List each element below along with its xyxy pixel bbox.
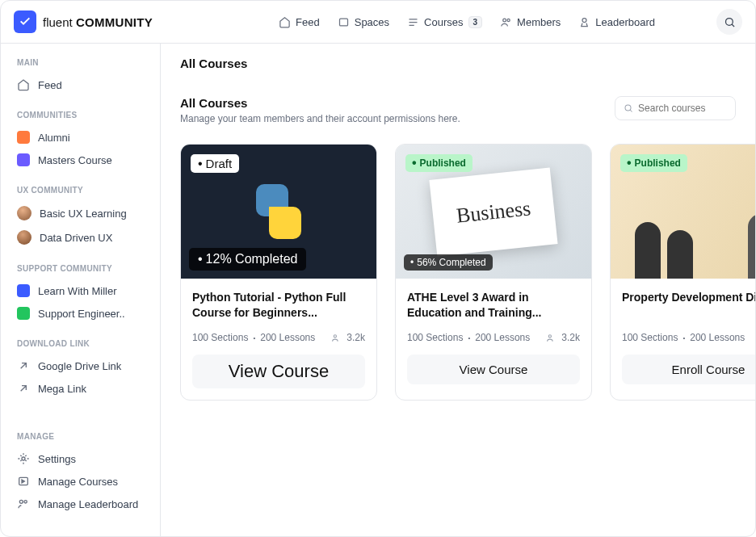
sidebar-item-miller[interactable]: Learn With Miller xyxy=(9,279,152,302)
sidebar-item-label: Feed xyxy=(38,79,62,91)
topnav: Feed Spaces Courses 3 Members Leaderboar… xyxy=(279,16,655,28)
spaces-icon xyxy=(338,16,350,28)
global-search-button[interactable] xyxy=(716,9,742,35)
members-count: 3.2k xyxy=(346,332,365,343)
course-title: Property Development Dip xyxy=(622,290,755,321)
courses-icon xyxy=(407,16,419,28)
breadcrumb: All Courses xyxy=(161,44,755,83)
sections-count: 100 Sections xyxy=(407,332,463,343)
sections-count: 100 Sections xyxy=(192,332,248,343)
sidebar-item-gdrive[interactable]: Google Drive Link xyxy=(9,355,152,377)
sidebar-item-manage-courses[interactable]: Manage Courses xyxy=(9,470,152,493)
nav-members[interactable]: Members xyxy=(500,16,561,28)
sidebar-label-communities: COMMUNITIES xyxy=(9,111,152,126)
sidebar-label-support: SUPPORT COMMUNITY xyxy=(9,264,152,279)
sidebar-label-main: MAIN xyxy=(9,58,152,73)
page-subtitle: Manage your team members and their accou… xyxy=(180,113,460,124)
lessons-count: 200 Lessons xyxy=(475,332,530,343)
sidebar-item-support-eng[interactable]: Support Engineer.. xyxy=(9,302,152,325)
logo[interactable]: fluent COMMUNITY xyxy=(14,10,153,33)
logo-text-2: COMMUNITY xyxy=(76,15,153,29)
course-meta: 100 Sections • 200 Lessons 3.2k xyxy=(407,332,580,343)
course-thumbnail: Draft 12% Completed xyxy=(181,145,376,279)
link-arrow-icon xyxy=(17,359,30,372)
enroll-course-button[interactable]: Enroll Course xyxy=(622,355,755,384)
nav-courses[interactable]: Courses 3 xyxy=(407,16,482,28)
leaderboard-icon xyxy=(578,16,590,28)
sidebar-item-label: Manage Courses xyxy=(38,476,118,488)
course-card-list: Draft 12% Completed Python Tutorial - Py… xyxy=(180,144,736,401)
course-thumbnail: Published xyxy=(611,145,755,279)
avatar-icon xyxy=(17,230,32,245)
sidebar-item-label: Basic UX Learning xyxy=(40,208,127,220)
status-badge: Published xyxy=(620,154,687,172)
sidebar-item-data-ux[interactable]: Data Driven UX xyxy=(9,225,152,250)
courses-icon xyxy=(17,475,30,488)
community-color-icon xyxy=(17,153,30,166)
svg-point-1 xyxy=(503,19,506,22)
course-search-box[interactable] xyxy=(615,96,736,120)
view-course-button[interactable]: View Course xyxy=(407,355,580,384)
sidebar-item-settings[interactable]: Settings xyxy=(9,447,152,470)
newspaper-graphic: Business xyxy=(429,167,557,256)
sidebar-item-alumni[interactable]: Alumni xyxy=(9,126,152,149)
sidebar-item-label: Manage Leaderboard xyxy=(38,498,138,510)
logo-text-1: fluent xyxy=(43,15,73,29)
course-title: Python Tutorial - Python Full Course for… xyxy=(192,290,365,321)
nav-feed[interactable]: Feed xyxy=(279,16,320,28)
sidebar: MAIN Feed COMMUNITIES Alumni Masters Cou… xyxy=(1,44,161,536)
view-course-button[interactable]: View Course xyxy=(192,355,365,388)
sidebar-label-ux: UX COMMUNITY xyxy=(9,186,152,201)
courses-badge: 3 xyxy=(468,16,483,28)
course-card[interactable]: Business Published 56% Completed ATHE Le… xyxy=(395,144,592,401)
sidebar-item-masters[interactable]: Masters Course xyxy=(9,149,152,171)
python-logo-icon xyxy=(250,182,308,241)
progress-badge: 56% Completed xyxy=(404,254,493,271)
community-color-icon xyxy=(17,131,30,144)
nav-feed-label: Feed xyxy=(296,16,320,28)
course-card[interactable]: Draft 12% Completed Python Tutorial - Py… xyxy=(180,144,377,401)
course-meta: 100 Sections • 200 Lessons 3.2k xyxy=(192,332,365,343)
course-meta: 100 Sections • 200 Lessons xyxy=(622,332,755,343)
search-icon xyxy=(624,103,633,114)
community-color-icon xyxy=(17,307,30,320)
logo-icon xyxy=(14,10,36,33)
topbar: fluent COMMUNITY Feed Spaces Courses 3 M… xyxy=(1,1,755,44)
sidebar-item-label: Alumni xyxy=(38,132,70,144)
nav-members-label: Members xyxy=(517,16,561,28)
nav-spaces[interactable]: Spaces xyxy=(338,16,389,28)
sidebar-item-basic-ux[interactable]: Basic UX Learning xyxy=(9,201,152,225)
community-color-icon xyxy=(17,284,30,297)
nav-leaderboard[interactable]: Leaderboard xyxy=(578,16,655,28)
status-badge: Published xyxy=(405,154,472,172)
svg-point-5 xyxy=(22,457,25,460)
sidebar-item-mega[interactable]: Mega Link xyxy=(9,377,152,400)
page-title: All Courses xyxy=(180,96,460,110)
course-search-input[interactable] xyxy=(638,103,727,114)
main-content: All Courses All Courses Manage your team… xyxy=(161,44,755,536)
sidebar-item-label: Settings xyxy=(38,453,76,465)
link-arrow-icon xyxy=(17,382,30,395)
svg-rect-0 xyxy=(339,19,347,26)
course-card[interactable]: Published Property Development Dip 100 S… xyxy=(610,144,755,401)
sidebar-item-feed[interactable]: Feed xyxy=(9,73,152,96)
svg-point-7 xyxy=(19,500,23,503)
svg-point-2 xyxy=(507,19,510,21)
sidebar-item-manage-leaderboard[interactable]: Manage Leaderboard xyxy=(9,493,152,515)
home-icon xyxy=(17,78,30,91)
svg-point-11 xyxy=(549,334,552,337)
sections-count: 100 Sections xyxy=(622,332,678,343)
lessons-count: 200 Lessons xyxy=(690,332,745,343)
sidebar-item-label: Mega Link xyxy=(38,383,86,395)
svg-point-3 xyxy=(582,18,586,22)
progress-badge: 12% Completed xyxy=(189,248,306,271)
svg-point-4 xyxy=(725,18,733,25)
users-icon xyxy=(546,333,556,343)
users-icon xyxy=(331,333,342,343)
sidebar-item-label: Support Engineer.. xyxy=(38,308,125,320)
sidebar-item-label: Data Driven UX xyxy=(40,232,112,244)
svg-point-8 xyxy=(24,501,27,503)
nav-spaces-label: Spaces xyxy=(355,16,389,28)
sidebar-item-label: Learn With Miller xyxy=(38,285,117,297)
status-badge: Draft xyxy=(191,154,239,173)
